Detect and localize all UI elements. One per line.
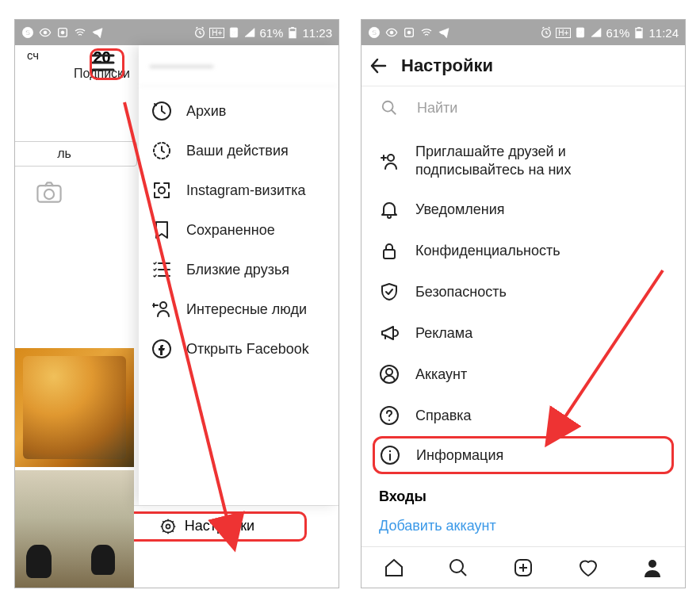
menu-label: Сохраненное [186,222,275,239]
eye-icon [385,26,398,39]
status-bar: S H+ 2 61% 11:24 [361,20,685,45]
menu-label: Архив [186,103,226,120]
signal-icon [243,26,256,39]
sim-icon: 2 [574,26,587,39]
svg-rect-30 [637,32,642,37]
settings-security[interactable]: Безопасность [361,271,685,312]
signal-icon [590,26,602,39]
svg-text:S: S [372,29,377,36]
svg-point-38 [388,419,390,421]
menu-facebook[interactable]: Открыть Facebook [139,329,339,369]
add-account-link[interactable]: Добавить аккаунт [361,513,685,534]
menu-label: Интересные люди [186,301,307,318]
svg-rect-31 [638,27,641,28]
settings-button[interactable]: Настройки [107,511,307,542]
info-icon [380,445,400,465]
settings-invite[interactable]: Приглашайте друзей и подписывайтесь на н… [361,132,685,189]
page-title: Настройки [401,56,493,76]
discover-icon [151,299,172,320]
settings-privacy[interactable]: Конфиденциальность [361,230,685,271]
drawer: ———— Архив Ваши действия Instagram-визит… [139,45,339,505]
svg-point-32 [383,101,393,112]
settings-label: Приглашайте друзей и подписывайтесь на н… [415,143,667,178]
svg-point-36 [386,369,392,375]
photo-thumb[interactable] [15,348,134,467]
lock-icon [379,240,400,261]
settings-label: Реклама [415,325,472,342]
battery-icon [633,26,645,39]
wifi-icon [74,26,86,39]
alarm-icon [540,26,553,39]
sim-icon: 2 [228,26,240,39]
search-placeholder: Найти [417,100,457,117]
edit-profile-button[interactable]: ль [14,141,137,167]
svg-point-12 [44,190,54,199]
add-icon[interactable] [512,557,534,579]
heart-icon[interactable] [577,557,599,579]
back-icon[interactable] [368,55,390,77]
bottom-nav [361,546,685,588]
logins-header: Входы [361,474,685,513]
archive-icon [151,101,172,121]
svg-point-23 [390,31,393,34]
svg-point-20 [166,524,170,528]
skype-icon: S [21,26,34,39]
net-icon: H+ [556,28,571,38]
menu-nametag[interactable]: Instagram-визитка [139,170,339,210]
list-icon [151,259,172,280]
svg-rect-9 [290,32,296,37]
settings-ads[interactable]: Реклама [361,312,685,354]
menu-saved[interactable]: Сохраненное [139,210,339,250]
clock-text: 11:23 [302,26,332,40]
settings-notifications[interactable]: Уведомления [361,189,685,230]
svg-point-15 [159,187,165,193]
telegram-icon [91,26,104,39]
settings-label: Конфиденциальность [415,243,560,259]
net-icon: H+ [209,28,224,38]
settings-list: Приглашайте друзей и подписывайтесь на н… [361,129,685,546]
menu-label: Ваши действия [186,143,289,159]
home-icon[interactable] [383,557,405,579]
svg-point-43 [648,560,656,568]
settings-label: Настройки [185,518,254,534]
skype-icon: S [368,26,381,39]
stat-left-partial: сч [27,48,39,81]
menu-archive[interactable]: Архив [139,91,339,131]
invite-icon [379,151,400,171]
settings-label: Уведомления [415,201,505,218]
svg-point-4 [61,31,64,34]
eye-icon [39,26,52,39]
profile-icon[interactable] [641,557,664,579]
menu-label: Открыть Facebook [186,341,309,358]
search-icon [381,99,398,117]
menu-label: Instagram-визитка [186,182,305,199]
settings-help[interactable]: Справка [361,395,685,436]
svg-text:2: 2 [580,30,583,36]
menu-activity[interactable]: Ваши действия [139,131,339,170]
settings-header: Настройки [361,45,685,86]
wifi-icon [420,26,433,39]
menu-label: Близкие друзья [186,262,289,278]
phone-left: S H+ 2 61% 11:23 сч 20 Подписки [14,19,339,588]
activity-icon [151,140,172,161]
tagged-icon[interactable] [36,181,63,203]
search-row[interactable]: Найти [361,86,685,129]
account-icon [379,364,400,385]
settings-info[interactable]: Информация [373,436,674,474]
menu-discover[interactable]: Интересные люди [139,289,339,329]
drawer-username: ———— [139,45,339,86]
hamburger-button[interactable] [91,53,115,75]
search-icon[interactable] [447,557,469,579]
svg-rect-10 [292,27,294,28]
alarm-icon [193,26,206,39]
svg-point-40 [389,450,391,452]
settings-account[interactable]: Аккаунт [361,354,685,395]
menu-close-friends[interactable]: Близкие друзья [139,250,339,289]
svg-text:S: S [25,29,30,36]
photo-thumb[interactable] [15,470,134,588]
notif-icon [403,26,415,39]
telegram-icon [438,26,450,39]
svg-point-16 [160,302,166,308]
battery-text: 61% [259,26,283,40]
help-icon [379,405,400,426]
